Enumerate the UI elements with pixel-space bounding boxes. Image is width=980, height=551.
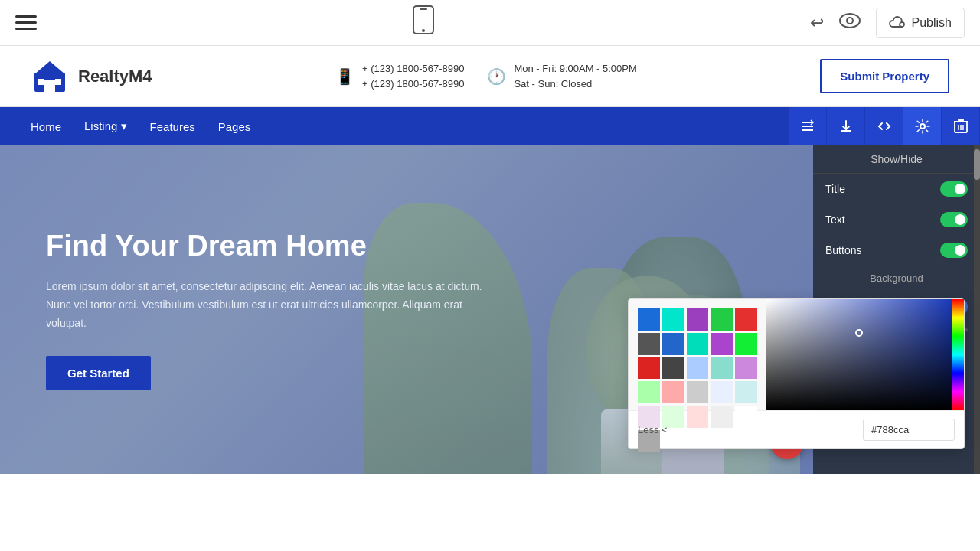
toolbar-right: ↩ Publish	[810, 8, 965, 38]
top-toolbar: ↩ Publish	[0, 0, 980, 46]
color-swatch-item[interactable]	[735, 308, 757, 331]
logo-svg	[31, 57, 69, 96]
nav-links: Home Listing ▾ Features Pages	[31, 119, 789, 133]
phone-text: + (123) 1800-567-8990 + (123) 1800-567-8…	[362, 61, 464, 91]
publish-label: Publish	[912, 16, 952, 30]
color-swatch-item[interactable]	[687, 308, 709, 331]
color-swatch-item[interactable]	[710, 333, 733, 355]
settings-tool[interactable]	[903, 107, 942, 145]
hero-title: Find Your Dream Home	[46, 230, 490, 262]
color-swatch-item[interactable]	[662, 308, 684, 331]
background-label: Background	[813, 266, 980, 290]
color-swatch-item[interactable]	[638, 308, 660, 331]
title-toggle[interactable]	[940, 181, 968, 197]
color-swatch-item[interactable]	[710, 357, 733, 380]
svg-point-2	[422, 29, 425, 32]
hero-text: Lorem ipsum dolor sit amet, consectetur …	[46, 278, 490, 332]
contact-area: 📱 + (123) 1800-567-8990 + (123) 1800-567…	[335, 61, 637, 91]
mobile-preview-icon[interactable]	[412, 5, 435, 41]
undo-icon[interactable]: ↩	[810, 13, 824, 33]
get-started-button[interactable]: Get Started	[46, 356, 151, 390]
buttons-toggle[interactable]	[940, 243, 968, 258]
logo-area: RealtyM4	[31, 57, 152, 96]
color-swatch-item[interactable]	[735, 381, 757, 403]
nav-features[interactable]: Features	[150, 120, 195, 133]
color-swatch-item[interactable]	[638, 381, 660, 403]
svg-point-3	[840, 14, 860, 28]
color-gradient[interactable]	[766, 299, 952, 410]
color-swatch-item[interactable]	[687, 333, 709, 355]
panel-header: Show/Hide	[813, 145, 980, 174]
color-swatch-item[interactable]	[735, 333, 757, 355]
preview-icon[interactable]	[839, 13, 861, 33]
delete-tool[interactable]	[942, 107, 980, 145]
hue-bar[interactable]	[952, 299, 964, 410]
buttons-label: Buttons	[825, 244, 861, 256]
text-label: Text	[825, 214, 845, 226]
nav-pages[interactable]: Pages	[218, 120, 251, 133]
gradient-selector[interactable]	[855, 329, 863, 337]
color-swatch-item[interactable]	[687, 406, 709, 428]
hamburger-icon[interactable]	[15, 15, 37, 30]
publish-cloud-icon	[889, 15, 906, 31]
color-swatch-item[interactable]	[638, 333, 660, 355]
download-tool[interactable]	[827, 107, 865, 145]
color-swatch-item[interactable]	[638, 357, 660, 380]
color-swatch-item[interactable]	[735, 406, 757, 428]
toolbar-center	[412, 5, 435, 41]
color-swatch-item[interactable]	[710, 381, 733, 403]
color-swatch-item[interactable]	[662, 333, 684, 355]
color-swatch-item[interactable]	[710, 406, 733, 428]
color-swatch-item[interactable]	[662, 381, 684, 403]
toolbar-left	[15, 15, 37, 30]
phone-contact: 📱 + (123) 1800-567-8990 + (123) 1800-567…	[335, 61, 464, 91]
publish-button[interactable]: Publish	[876, 8, 965, 38]
hex-input[interactable]	[863, 419, 955, 441]
header-bar: RealtyM4 📱 + (123) 1800-567-8990 + (123)…	[0, 46, 980, 107]
color-picker-top	[629, 299, 964, 410]
svg-rect-9	[55, 79, 61, 85]
code-tool[interactable]	[865, 107, 903, 145]
sort-tool[interactable]	[789, 107, 827, 145]
phone-icon: 📱	[335, 67, 354, 86]
submit-property-button[interactable]: Submit Property	[820, 59, 949, 93]
text-toggle-row: Text	[813, 204, 980, 235]
nav-home[interactable]: Home	[31, 120, 61, 133]
title-toggle-row: Title	[813, 174, 980, 204]
nav-listing[interactable]: Listing ▾	[84, 119, 127, 133]
nav-bar: Home Listing ▾ Features Pages	[0, 107, 980, 145]
svg-point-4	[847, 18, 853, 24]
hours-contact: 🕐 Mon - Fri: 9:00AM - 5:00PM Sat - Sun: …	[487, 61, 636, 91]
svg-rect-8	[38, 79, 44, 85]
nav-tools	[789, 107, 980, 145]
title-label: Title	[825, 183, 845, 195]
buttons-toggle-row: Buttons	[813, 235, 980, 266]
color-swatch-item[interactable]	[662, 357, 684, 380]
color-swatches	[629, 299, 766, 410]
color-swatch-item[interactable]	[687, 357, 709, 380]
svg-point-13	[920, 124, 925, 129]
color-swatch-item[interactable]	[687, 381, 709, 403]
hero-content: Find Your Dream Home Lorem ipsum dolor s…	[0, 199, 536, 420]
hero-section: Find Your Dream Home Lorem ipsum dolor s…	[0, 145, 980, 474]
clock-icon: 🕐	[487, 67, 506, 86]
scrollbar[interactable]	[974, 145, 980, 474]
color-swatch-item[interactable]	[735, 357, 757, 380]
color-picker-panel: Less <	[628, 298, 965, 449]
svg-rect-7	[44, 80, 55, 92]
hours-text: Mon - Fri: 9:00AM - 5:00PM Sat - Sun: Cl…	[514, 61, 636, 91]
color-swatch-item[interactable]	[710, 308, 733, 331]
text-toggle[interactable]	[940, 212, 968, 227]
logo-text: RealtyM4	[78, 67, 152, 86]
less-button[interactable]: Less <	[638, 424, 668, 435]
svg-marker-6	[34, 61, 65, 74]
